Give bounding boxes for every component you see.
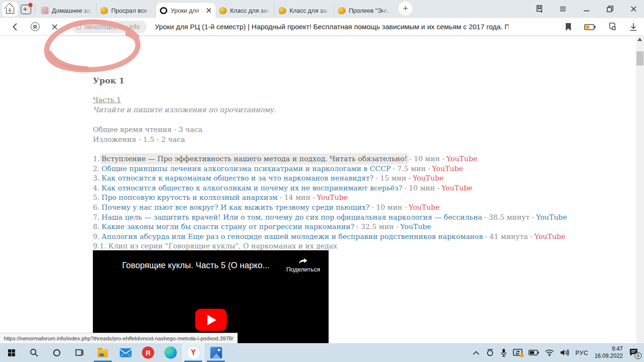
- address-bar: Я nenormaforum.info Уроки для РЦ (1-й се…: [0, 18, 644, 36]
- mail-icon: [120, 348, 132, 357]
- restore-button[interactable]: [606, 5, 614, 13]
- scroll-up-arrow[interactable]: [637, 38, 642, 41]
- microphone-icon[interactable]: [501, 348, 507, 357]
- battery-icon[interactable]: [528, 350, 539, 355]
- youtube-link[interactable]: YouTube: [413, 174, 444, 182]
- clock[interactable]: 9:47 16.09.2022: [594, 346, 623, 360]
- lesson-duration: - 10 мин -: [409, 155, 445, 163]
- yandex-app-button[interactable]: Я: [137, 343, 159, 362]
- lock-icon: [76, 25, 81, 29]
- collections-icon[interactable]: [608, 22, 617, 32]
- notifications-button[interactable]: 5: [629, 348, 639, 357]
- lesson-number: 3.: [93, 174, 99, 182]
- lesson-link[interactable]: Как относится общество к алкоголикам и п…: [101, 184, 402, 192]
- share-icon: [298, 256, 308, 264]
- browser-tab[interactable]: Домашнее задание: [37, 3, 97, 18]
- reading-time-essay: Изложения - 1.5 - 2 часа: [93, 135, 202, 145]
- reading-time-total: Общее время чтения - 3 часа: [93, 125, 202, 135]
- task-view-button[interactable]: [68, 343, 91, 362]
- edge-button[interactable]: [159, 343, 182, 362]
- scrollbar-thumb[interactable]: [636, 51, 644, 66]
- lesson-item: 5.Про попсовую крутость и колхозный анар…: [93, 193, 567, 203]
- domain-pill[interactable]: nenormaforum.info: [72, 21, 147, 33]
- lesson-item: 3.Как относится к наркоманам общество и …: [93, 173, 567, 183]
- tray-expand-icon[interactable]: [473, 351, 479, 355]
- youtube-link[interactable]: YouTube: [317, 193, 347, 202]
- tab-close-icon[interactable]: [206, 8, 212, 13]
- lesson-item: 7.Наша цель — защитить врачей! Или о том…: [93, 213, 567, 222]
- youtube-link[interactable]: YouTube: [535, 232, 565, 241]
- page-title-text[interactable]: Уроки для РЦ (1-й семестр) | Народный пр…: [155, 23, 509, 31]
- search-button[interactable]: [23, 343, 45, 362]
- tab-favicon: [100, 6, 108, 14]
- power-save-icon[interactable]: [584, 24, 595, 30]
- language-indicator[interactable]: РУС: [575, 349, 588, 356]
- youtube-link[interactable]: YouTube: [432, 165, 463, 173]
- part-link[interactable]: Часть 1: [93, 96, 121, 104]
- wifi-icon[interactable]: [545, 349, 554, 356]
- sidebar-panel-icon[interactable]: [536, 5, 543, 13]
- lesson-duration: - 7.5 мин -: [393, 165, 430, 173]
- lesson-link[interactable]: Наша цель — защитить врачей! Или о том, …: [101, 213, 482, 222]
- browser-tab[interactable]: Класс для занятий А: [275, 3, 334, 18]
- volume-icon[interactable]: [560, 349, 569, 356]
- lesson-link[interactable]: Как относится к наркоманам общество и за…: [101, 174, 373, 182]
- divider: [35, 4, 35, 14]
- lesson-link[interactable]: Клип из серии "Говорящие куклы", О нарко…: [108, 242, 338, 250]
- youtube-link[interactable]: YouTube: [446, 155, 477, 163]
- tab-bar: 6 Домашнее задание Просрал все из-за а У…: [0, 0, 644, 18]
- lesson-link[interactable]: Апология абсурда или Еще раз о геноциде …: [101, 232, 483, 241]
- lesson-link[interactable]: Вступление — Про эффективность нашего ме…: [101, 155, 407, 163]
- lesson-item: 4.Как относится общество к алкоголикам и…: [93, 183, 567, 193]
- divider: [60, 36, 636, 36]
- lesson-link[interactable]: Какие законы могли бы спасти страну от п…: [101, 222, 354, 231]
- back-icon[interactable]: [10, 22, 20, 32]
- lesson-heading: Урок 1: [93, 76, 124, 85]
- downloads-icon[interactable]: [629, 23, 637, 31]
- share-control[interactable]: Поделиться: [286, 256, 320, 273]
- lesson-link[interactable]: Про попсовую крутость и колхозный анархи…: [101, 193, 278, 202]
- browser-window: 6 Домашнее задание Просрал все из-за а У…: [0, 0, 644, 362]
- stop-loading-icon[interactable]: [50, 22, 59, 32]
- youtube-link[interactable]: YouTube: [400, 222, 431, 231]
- scrollbar[interactable]: [636, 36, 644, 343]
- cortana-button[interactable]: [45, 343, 68, 362]
- yandex-icon: Я: [142, 346, 154, 359]
- youtube-link[interactable]: YouTube: [409, 203, 439, 212]
- new-tab-button[interactable]: [21, 5, 31, 14]
- yandex-browser-icon: Y: [187, 346, 200, 359]
- notification-count-badge: 5: [635, 352, 642, 359]
- youtube-link[interactable]: YouTube: [536, 213, 567, 222]
- lesson-link[interactable]: Почему у нас пьют все вокруг? И как выжи…: [101, 203, 370, 212]
- browser-tab[interactable]: Пролеев "Энциклоп: [334, 3, 394, 18]
- page-content: Урок 1 Часть 1 Читайте и пишите изложени…: [0, 36, 636, 343]
- mail-button[interactable]: [114, 343, 137, 362]
- bookmark-icon[interactable]: [565, 23, 572, 31]
- lesson-duration: - 41 минута -: [485, 232, 532, 241]
- browser-tab[interactable]: Класс для занятий А: [215, 3, 275, 18]
- play-button[interactable]: [195, 309, 227, 331]
- add-tab-button[interactable]: +: [398, 1, 413, 16]
- lesson-number: 9.1.: [93, 242, 107, 250]
- youtube-link[interactable]: YouTube: [441, 184, 472, 192]
- tab-favicon: [160, 7, 167, 14]
- tab-overview-button[interactable]: 6: [2, 2, 18, 16]
- domain-text[interactable]: nenormaforum.info: [84, 23, 140, 31]
- browser-tab[interactable]: Просрал все из-за а: [97, 3, 156, 18]
- file-explorer-button[interactable]: [91, 343, 114, 362]
- display-sync-icon[interactable]: [513, 349, 522, 356]
- browser-tab[interactable]: Уроки для РЦ (1-: [156, 3, 215, 18]
- start-button[interactable]: [0, 343, 23, 362]
- yandex-browser-button[interactable]: Y: [182, 343, 205, 362]
- photos-button[interactable]: [205, 343, 227, 362]
- menu-icon[interactable]: [559, 5, 567, 13]
- lesson-link[interactable]: Общие принципы лечения алкоголизма психи…: [101, 165, 390, 173]
- lesson-item: 1.Вступление — Про эффективность нашего …: [93, 154, 567, 164]
- minimize-button[interactable]: [583, 5, 590, 13]
- yandex-search-icon[interactable]: Я: [30, 22, 40, 32]
- lesson-item: 2.Общие принципы лечения алкоголизма пси…: [93, 164, 567, 174]
- camera-icon[interactable]: [486, 349, 495, 356]
- edge-icon: [165, 346, 177, 359]
- close-button[interactable]: [630, 5, 637, 13]
- video-title[interactable]: Говорящие куклы. Часть 5 (О нарко...: [122, 261, 270, 271]
